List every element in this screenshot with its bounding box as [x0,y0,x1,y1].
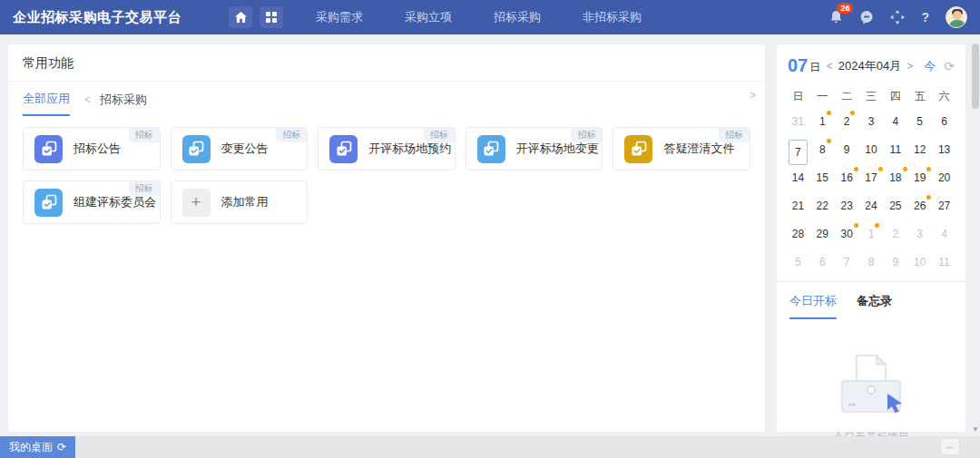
day-number: 27 [938,196,950,216]
calendar-day[interactable]: 7 [835,252,859,272]
tile-label: 开评标场地预约 [368,141,451,157]
tile-tag: 招标 [424,128,455,142]
nav-procurement-demand[interactable]: 采购需求 [316,9,363,25]
nav-procurement-project[interactable]: 采购立项 [405,9,452,25]
day-number: 10 [914,252,926,272]
user-avatar[interactable] [946,6,967,28]
home-button[interactable] [229,6,252,28]
scrollbar-thumb[interactable] [972,44,979,109]
chevron-up-icon: ︿ [946,441,955,453]
tab-category-bidding[interactable]: 招标采购 [100,92,147,115]
apps-grid-button[interactable] [260,6,283,28]
calendar-day[interactable]: 17 [859,168,884,188]
app-tile[interactable]: 招标 变更公告 [171,127,309,171]
tab-memo[interactable]: 备忘录 [857,293,892,319]
calendar-day[interactable]: 13 [932,140,956,160]
calendar-day[interactable]: 25 [883,196,907,216]
calendar-day[interactable]: 20 [932,168,956,188]
calendar-day[interactable]: 2 [835,112,859,132]
day-number: 4 [893,112,899,132]
calendar-day[interactable]: 1 [859,224,884,244]
calendar-day[interactable]: 3 [907,224,932,244]
calendar-day[interactable]: 10 [859,140,884,160]
weekday-label: 二 [835,85,859,110]
calendar-day[interactable]: 4 [932,224,956,244]
day-number: 13 [938,140,950,160]
add-common-tile[interactable]: + 添加常用 [171,180,309,224]
calendar-day[interactable]: 12 [907,140,932,160]
day-number: 11 [938,252,949,272]
calendar-day[interactable]: 30 [835,224,859,244]
day-number: 26 [914,196,926,216]
tab-today-bid-opening[interactable]: 今日开标 [789,293,837,319]
calendar-day[interactable]: 19 [907,168,932,188]
app-tile[interactable]: 招标 开评标场地预约 [318,127,456,171]
calendar-day[interactable]: 11 [883,140,907,160]
calendar-day[interactable]: 11 [932,252,956,272]
calendar-day[interactable]: 8 [859,252,884,272]
weekday-label: 六 [932,85,956,110]
calendar-day[interactable]: 9 [835,140,859,160]
day-number: 22 [817,196,828,216]
calendar-day[interactable]: 18 [883,168,907,188]
prev-month-button[interactable]: < [823,60,837,73]
next-month-button[interactable]: > [903,60,916,73]
calendar-day[interactable]: 31 [786,112,810,132]
calendar-day[interactable]: 28 [786,224,810,244]
calendar-day[interactable]: 8 [810,140,835,160]
calendar-day[interactable]: 26 [907,196,932,216]
plus-icon: + [182,189,211,217]
calendar-day[interactable]: 4 [883,112,907,132]
calendar-day[interactable]: 9 [883,252,907,272]
chevron-left-icon[interactable]: < [84,93,91,106]
app-tile[interactable]: 招标 开评标场地变更 [466,127,603,171]
calendar-day[interactable]: 24 [859,196,884,216]
notification-button[interactable]: 26 [829,10,843,24]
fullscreen-button[interactable] [890,10,905,24]
month-label[interactable]: 2024年04月 [838,58,901,74]
day-number: 3 [868,112,875,132]
today-button[interactable]: 今 [924,58,936,74]
calendar-day[interactable]: 5 [907,112,932,132]
my-desktop-button[interactable]: 我的桌面 ⟳ [0,436,75,458]
day-number: 2 [893,224,899,244]
calendar-day[interactable]: 3 [859,112,884,132]
tab-all-apps[interactable]: 全部应用 [23,91,70,116]
page-scrollbar[interactable] [972,40,979,436]
calendar-day[interactable]: 14 [786,168,810,188]
nav-non-bidding-procurement[interactable]: 非招标采购 [583,9,642,25]
tiles-grid: 招标 招标公告 招标 [8,116,765,235]
nav-bidding-procurement[interactable]: 招标采购 [494,9,541,25]
calendar-day[interactable]: 2 [883,224,907,244]
scrollbar-down-arrow[interactable]: ▼ [972,425,979,434]
calendar-day[interactable]: 1 [810,112,835,132]
calendar-day[interactable]: 6 [810,252,835,272]
refresh-icon: ⟳ [57,441,66,453]
calendar-day[interactable]: 10 [907,252,932,272]
calendar-day[interactable]: 21 [786,196,810,216]
app-tile[interactable]: 招标 招标公告 [23,127,161,171]
calendar-day[interactable]: 16 [835,168,859,188]
calendar-day[interactable]: 6 [932,112,956,132]
message-button[interactable] [859,10,874,24]
calendar-day[interactable]: 15 [810,168,835,188]
chevron-right-icon[interactable]: > [750,89,756,102]
app-tile[interactable]: 招标 答疑澄清文件 [612,127,750,171]
calendar-day[interactable]: 27 [932,196,956,216]
calendar-day[interactable]: 29 [810,224,835,244]
refresh-icon[interactable]: ⟳ [944,59,955,73]
app-tile[interactable]: 招标 组建评标委员会 [23,180,161,224]
tile-label: 变更公告 [221,141,269,157]
expand-arrows-icon [890,10,905,24]
calendar-day[interactable]: 5 [786,252,810,272]
collapse-button[interactable]: ︿ [940,438,960,455]
top-header: 企业招标采购电子交易平台 采购需求 采购立项 招标采购 非招标采购 26 [0,0,980,34]
calendar-day[interactable]: 23 [835,196,859,216]
bottom-tabs: 今日开标 备忘录 [786,282,956,319]
calendar-day[interactable]: 22 [810,196,835,216]
help-button[interactable]: ? [921,10,929,24]
day-number: 1 [819,112,826,132]
calendar-day-selected[interactable]: 7 [786,140,810,160]
weekday-label: 五 [907,85,932,110]
tile-label: 答疑澄清文件 [663,141,734,157]
